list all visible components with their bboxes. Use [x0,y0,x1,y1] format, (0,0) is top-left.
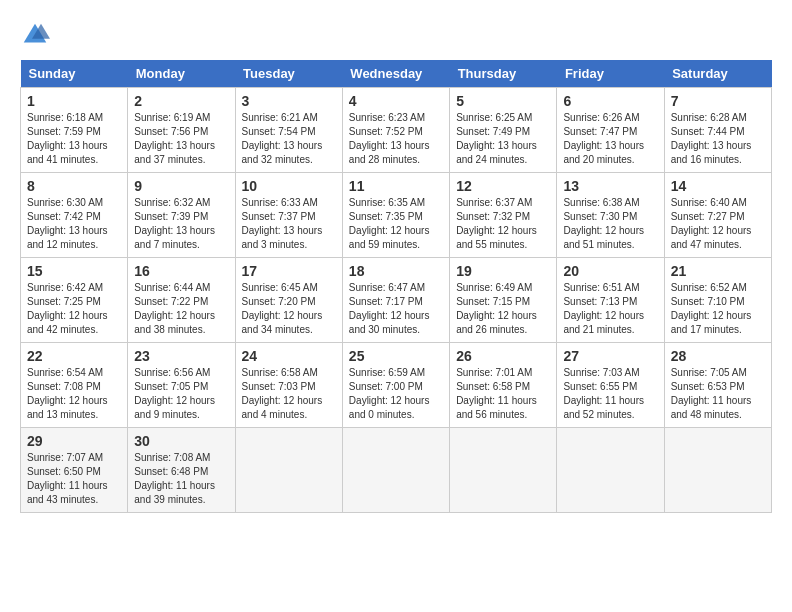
day-info: Sunrise: 6:56 AM Sunset: 7:05 PM Dayligh… [134,366,228,422]
day-info: Sunrise: 6:40 AM Sunset: 7:27 PM Dayligh… [671,196,765,252]
day-cell: 23Sunrise: 6:56 AM Sunset: 7:05 PM Dayli… [128,343,235,428]
week-row-1: 1Sunrise: 6:18 AM Sunset: 7:59 PM Daylig… [21,88,772,173]
day-cell: 3Sunrise: 6:21 AM Sunset: 7:54 PM Daylig… [235,88,342,173]
calendar-table: SundayMondayTuesdayWednesdayThursdayFrid… [20,60,772,513]
day-cell: 18Sunrise: 6:47 AM Sunset: 7:17 PM Dayli… [342,258,449,343]
day-cell [664,428,771,513]
day-info: Sunrise: 6:52 AM Sunset: 7:10 PM Dayligh… [671,281,765,337]
day-cell: 11Sunrise: 6:35 AM Sunset: 7:35 PM Dayli… [342,173,449,258]
day-cell: 25Sunrise: 6:59 AM Sunset: 7:00 PM Dayli… [342,343,449,428]
header-cell-thursday: Thursday [450,60,557,88]
day-number: 7 [671,93,765,109]
day-cell: 10Sunrise: 6:33 AM Sunset: 7:37 PM Dayli… [235,173,342,258]
day-number: 16 [134,263,228,279]
day-number: 20 [563,263,657,279]
day-cell [342,428,449,513]
day-cell: 14Sunrise: 6:40 AM Sunset: 7:27 PM Dayli… [664,173,771,258]
day-number: 24 [242,348,336,364]
day-number: 15 [27,263,121,279]
logo-icon [20,20,50,50]
day-number: 13 [563,178,657,194]
day-cell [557,428,664,513]
day-info: Sunrise: 6:58 AM Sunset: 7:03 PM Dayligh… [242,366,336,422]
day-number: 25 [349,348,443,364]
day-info: Sunrise: 6:45 AM Sunset: 7:20 PM Dayligh… [242,281,336,337]
day-info: Sunrise: 6:44 AM Sunset: 7:22 PM Dayligh… [134,281,228,337]
day-number: 5 [456,93,550,109]
day-info: Sunrise: 6:32 AM Sunset: 7:39 PM Dayligh… [134,196,228,252]
day-cell: 13Sunrise: 6:38 AM Sunset: 7:30 PM Dayli… [557,173,664,258]
day-info: Sunrise: 6:25 AM Sunset: 7:49 PM Dayligh… [456,111,550,167]
day-cell: 8Sunrise: 6:30 AM Sunset: 7:42 PM Daylig… [21,173,128,258]
day-info: Sunrise: 7:01 AM Sunset: 6:58 PM Dayligh… [456,366,550,422]
day-number: 2 [134,93,228,109]
week-row-4: 22Sunrise: 6:54 AM Sunset: 7:08 PM Dayli… [21,343,772,428]
day-cell: 21Sunrise: 6:52 AM Sunset: 7:10 PM Dayli… [664,258,771,343]
day-info: Sunrise: 6:49 AM Sunset: 7:15 PM Dayligh… [456,281,550,337]
day-cell: 27Sunrise: 7:03 AM Sunset: 6:55 PM Dayli… [557,343,664,428]
day-info: Sunrise: 6:19 AM Sunset: 7:56 PM Dayligh… [134,111,228,167]
header-cell-friday: Friday [557,60,664,88]
day-number: 1 [27,93,121,109]
day-number: 17 [242,263,336,279]
day-cell: 7Sunrise: 6:28 AM Sunset: 7:44 PM Daylig… [664,88,771,173]
week-row-3: 15Sunrise: 6:42 AM Sunset: 7:25 PM Dayli… [21,258,772,343]
day-info: Sunrise: 6:38 AM Sunset: 7:30 PM Dayligh… [563,196,657,252]
day-number: 18 [349,263,443,279]
day-number: 8 [27,178,121,194]
week-row-5: 29Sunrise: 7:07 AM Sunset: 6:50 PM Dayli… [21,428,772,513]
day-info: Sunrise: 6:37 AM Sunset: 7:32 PM Dayligh… [456,196,550,252]
day-number: 27 [563,348,657,364]
week-row-2: 8Sunrise: 6:30 AM Sunset: 7:42 PM Daylig… [21,173,772,258]
day-cell: 26Sunrise: 7:01 AM Sunset: 6:58 PM Dayli… [450,343,557,428]
day-info: Sunrise: 6:54 AM Sunset: 7:08 PM Dayligh… [27,366,121,422]
day-info: Sunrise: 6:33 AM Sunset: 7:37 PM Dayligh… [242,196,336,252]
day-cell [450,428,557,513]
day-number: 21 [671,263,765,279]
day-number: 14 [671,178,765,194]
day-info: Sunrise: 6:30 AM Sunset: 7:42 PM Dayligh… [27,196,121,252]
day-cell: 17Sunrise: 6:45 AM Sunset: 7:20 PM Dayli… [235,258,342,343]
header-cell-sunday: Sunday [21,60,128,88]
day-info: Sunrise: 7:03 AM Sunset: 6:55 PM Dayligh… [563,366,657,422]
day-info: Sunrise: 6:26 AM Sunset: 7:47 PM Dayligh… [563,111,657,167]
day-number: 22 [27,348,121,364]
day-number: 4 [349,93,443,109]
day-cell: 1Sunrise: 6:18 AM Sunset: 7:59 PM Daylig… [21,88,128,173]
day-cell: 12Sunrise: 6:37 AM Sunset: 7:32 PM Dayli… [450,173,557,258]
day-info: Sunrise: 7:05 AM Sunset: 6:53 PM Dayligh… [671,366,765,422]
day-cell: 30Sunrise: 7:08 AM Sunset: 6:48 PM Dayli… [128,428,235,513]
day-info: Sunrise: 6:18 AM Sunset: 7:59 PM Dayligh… [27,111,121,167]
day-number: 30 [134,433,228,449]
day-cell [235,428,342,513]
day-number: 11 [349,178,443,194]
day-info: Sunrise: 6:51 AM Sunset: 7:13 PM Dayligh… [563,281,657,337]
day-info: Sunrise: 6:28 AM Sunset: 7:44 PM Dayligh… [671,111,765,167]
day-cell: 2Sunrise: 6:19 AM Sunset: 7:56 PM Daylig… [128,88,235,173]
day-cell: 15Sunrise: 6:42 AM Sunset: 7:25 PM Dayli… [21,258,128,343]
day-info: Sunrise: 6:23 AM Sunset: 7:52 PM Dayligh… [349,111,443,167]
day-cell: 28Sunrise: 7:05 AM Sunset: 6:53 PM Dayli… [664,343,771,428]
day-info: Sunrise: 6:59 AM Sunset: 7:00 PM Dayligh… [349,366,443,422]
day-cell: 9Sunrise: 6:32 AM Sunset: 7:39 PM Daylig… [128,173,235,258]
day-number: 23 [134,348,228,364]
day-number: 3 [242,93,336,109]
day-info: Sunrise: 6:47 AM Sunset: 7:17 PM Dayligh… [349,281,443,337]
day-cell: 24Sunrise: 6:58 AM Sunset: 7:03 PM Dayli… [235,343,342,428]
day-number: 28 [671,348,765,364]
day-info: Sunrise: 7:07 AM Sunset: 6:50 PM Dayligh… [27,451,121,507]
day-cell: 22Sunrise: 6:54 AM Sunset: 7:08 PM Dayli… [21,343,128,428]
day-cell: 29Sunrise: 7:07 AM Sunset: 6:50 PM Dayli… [21,428,128,513]
day-cell: 16Sunrise: 6:44 AM Sunset: 7:22 PM Dayli… [128,258,235,343]
day-info: Sunrise: 6:21 AM Sunset: 7:54 PM Dayligh… [242,111,336,167]
day-cell: 19Sunrise: 6:49 AM Sunset: 7:15 PM Dayli… [450,258,557,343]
header-cell-monday: Monday [128,60,235,88]
day-cell: 20Sunrise: 6:51 AM Sunset: 7:13 PM Dayli… [557,258,664,343]
day-number: 9 [134,178,228,194]
header-cell-saturday: Saturday [664,60,771,88]
day-info: Sunrise: 6:42 AM Sunset: 7:25 PM Dayligh… [27,281,121,337]
day-cell: 5Sunrise: 6:25 AM Sunset: 7:49 PM Daylig… [450,88,557,173]
logo [20,20,54,50]
day-number: 6 [563,93,657,109]
day-number: 12 [456,178,550,194]
